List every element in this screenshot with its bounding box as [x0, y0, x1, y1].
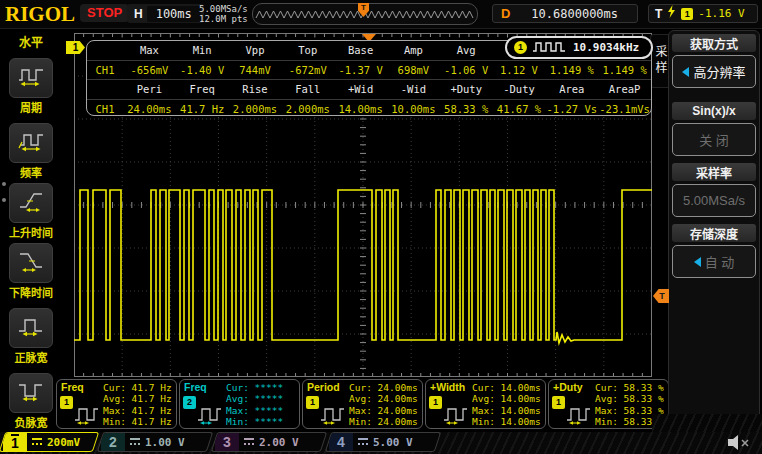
- memory-points-value: 12.0M pts: [199, 14, 248, 24]
- measurement-cell: Avg: [440, 44, 493, 56]
- stat-panel-period-ch1[interactable]: Period1Cur: 24.00ms Avg: 24.00ms Max: 24…: [302, 379, 423, 429]
- channel-indicator-1[interactable]: 1200mV: [0, 432, 99, 452]
- stat-panel-values: Cur: 14.00ms Avg: 14.00ms Max: 14.00ms M…: [472, 382, 541, 427]
- channel-indicator-3[interactable]: 32.00 V: [211, 432, 327, 452]
- measure-label-fall-time: 下降时间: [0, 284, 62, 300]
- measurement-cell: Base: [334, 44, 387, 56]
- softkey-menu: 获取方式高分辨率Sin(x)/x关 闭采样率5.00MSa/s存储深度自 动: [668, 30, 760, 430]
- timebase-value: 100ms: [147, 6, 201, 22]
- stat-panel-values: Cur: ***** Avg: ***** Max: ***** Min: **…: [226, 382, 283, 427]
- measure-btn-period[interactable]: [9, 58, 53, 98]
- menu-btn-acquire-mode[interactable]: 高分辨率: [672, 55, 756, 88]
- measurement-cell: 1.12 V: [493, 64, 546, 76]
- trigger-level-marker[interactable]: T: [653, 289, 669, 303]
- hatch-filler: [652, 414, 762, 432]
- measure-btn-frequency[interactable]: [9, 123, 53, 163]
- trigger-source-badge: 1: [681, 8, 693, 20]
- measurement-cell: +Wid: [334, 83, 387, 95]
- measurement-cell: -1.37 V: [334, 64, 387, 76]
- measurement-cell: 1.149 %: [545, 64, 598, 76]
- stat-panel-channel-badge: 1: [60, 396, 73, 409]
- measurement-row-label: CH1: [87, 103, 123, 115]
- stat-panel-channel-badge: 1: [306, 396, 319, 409]
- menu-btn-sinx-interpolation[interactable]: 关 闭: [672, 123, 756, 156]
- mute-speaker-icon[interactable]: [726, 434, 752, 451]
- measurement-cell: Amp: [387, 44, 440, 56]
- measurement-cell: Top: [281, 44, 334, 56]
- channel-scale: 2.00 V: [259, 436, 299, 449]
- channel-scale: 5.00 V: [373, 436, 413, 449]
- acquisition-info: 5.00MSa/s 12.0M pts: [199, 4, 248, 24]
- horizontal-timebase-box[interactable]: H 100ms: [127, 4, 204, 23]
- measurement-cell: 24.00ms: [123, 103, 176, 115]
- stat-panel-freq-ch1[interactable]: Freq1Cur: 41.7 Hz Avg: 41.7 Hz Max: 41.7…: [56, 379, 177, 429]
- dc-coupling-icon: [358, 438, 368, 447]
- measurement-cell: Peri: [123, 83, 176, 95]
- measurement-cell: Freq: [176, 83, 229, 95]
- stat-panel-channel-badge: 1: [429, 396, 442, 409]
- channel-indicator-4[interactable]: 45.00 V: [325, 432, 441, 452]
- stat-panel-pos-width-ch1[interactable]: +Width1Cur: 14.00ms Avg: 14.00ms Max: 14…: [425, 379, 546, 429]
- measurement-row-3: CH124.00ms41.7 Hz2.000ms2.000ms14.00ms10…: [87, 100, 651, 117]
- pos-pulse-width-icon: [17, 315, 45, 341]
- square-wave-icon: [532, 39, 568, 57]
- measurement-cell: 2.000ms: [229, 103, 282, 115]
- run-state-badge[interactable]: STOP: [80, 4, 129, 22]
- measurement-cell: 14.00ms: [334, 103, 387, 115]
- menu-title-sample-rate: 采样率: [672, 163, 756, 181]
- delay-value: 10.6800000ms: [531, 7, 618, 21]
- measure-btn-fall-time[interactable]: [9, 243, 53, 283]
- menu-value-memory-depth: 自 动: [705, 252, 735, 271]
- sample-rate-value: 5.00MSa/s: [199, 4, 248, 14]
- measurement-cell: 41.67 %: [493, 103, 546, 115]
- delay-readout-box: D 10.6800000ms: [492, 4, 638, 23]
- counter-source-badge: 1: [514, 41, 527, 54]
- menu-group-sample-rate: 采样率5.00MSa/s: [672, 163, 756, 217]
- measurement-cell: Area: [545, 83, 598, 95]
- menu-group-memory-depth: 存储深度自 动: [672, 224, 756, 278]
- pos-width-ch1-icon: [443, 406, 469, 430]
- measure-label-period: 周期: [0, 99, 62, 115]
- measurement-cell: +Duty: [440, 83, 493, 95]
- dc-coupling-icon: [130, 438, 140, 447]
- measurement-cell: Max: [123, 44, 176, 56]
- menu-value-sinx-interpolation: 关 闭: [699, 130, 729, 149]
- measurement-cell: -656mV: [123, 64, 176, 76]
- measurement-cell: 58.33 %: [440, 103, 493, 115]
- menu-value-sample-rate: 5.00MSa/s: [683, 193, 745, 208]
- measure-btn-rise-time[interactable]: [9, 183, 53, 223]
- measurement-cell: 698mV: [387, 64, 440, 76]
- measure-label-pos-pulse-width: 正脉宽: [0, 349, 62, 365]
- menu-value-acquire-mode: 高分辨率: [693, 62, 745, 81]
- measurement-cell: -1.27 Vs: [545, 103, 598, 115]
- dc-coupling-icon: [244, 438, 254, 447]
- edge-trigger-icon: [667, 5, 676, 23]
- measure-btn-pos-pulse-width[interactable]: [9, 308, 53, 348]
- channel-scale: 200mV: [47, 436, 80, 449]
- freq-ch2-icon: [197, 406, 223, 430]
- measurement-cell: Vpp: [229, 44, 282, 56]
- fall-time-icon: [17, 250, 45, 276]
- waveform-preview-bar[interactable]: T: [252, 3, 478, 25]
- rigol-logo: RIGOL: [5, 2, 75, 27]
- stat-panel-pos-duty-ch1[interactable]: +Duty1Cur: 58.33 % Avg: 58.33 % Max: 58.…: [548, 379, 669, 429]
- stat-panel-title: +Width: [430, 381, 465, 393]
- stat-panel-channel-badge: 1: [552, 396, 565, 409]
- waveform-ch1: [74, 190, 652, 343]
- menu-btn-sample-rate[interactable]: 5.00MSa/s: [672, 184, 756, 217]
- left-arrow-icon: [682, 67, 689, 77]
- measurement-cell: -Duty: [493, 83, 546, 95]
- menu-title-sinx-interpolation: Sin(x)/x: [672, 102, 756, 120]
- period-icon: [17, 65, 45, 91]
- menu-btn-memory-depth[interactable]: 自 动: [672, 245, 756, 278]
- stat-panel-title: +Duty: [553, 381, 582, 393]
- left-arrow-icon: [694, 257, 701, 267]
- menu-title-memory-depth: 存储深度: [672, 224, 756, 242]
- stat-panel-freq-ch2[interactable]: Freq2Cur: ***** Avg: ***** Max: ***** Mi…: [179, 379, 300, 429]
- measure-btn-neg-pulse-width[interactable]: [9, 373, 53, 413]
- period-ch1-icon: [320, 406, 346, 430]
- channel-number: 3: [215, 433, 239, 451]
- channel-indicator-2[interactable]: 21.00 V: [97, 432, 213, 452]
- channel-number: 4: [329, 433, 353, 451]
- dc-coupling-icon: [32, 438, 42, 447]
